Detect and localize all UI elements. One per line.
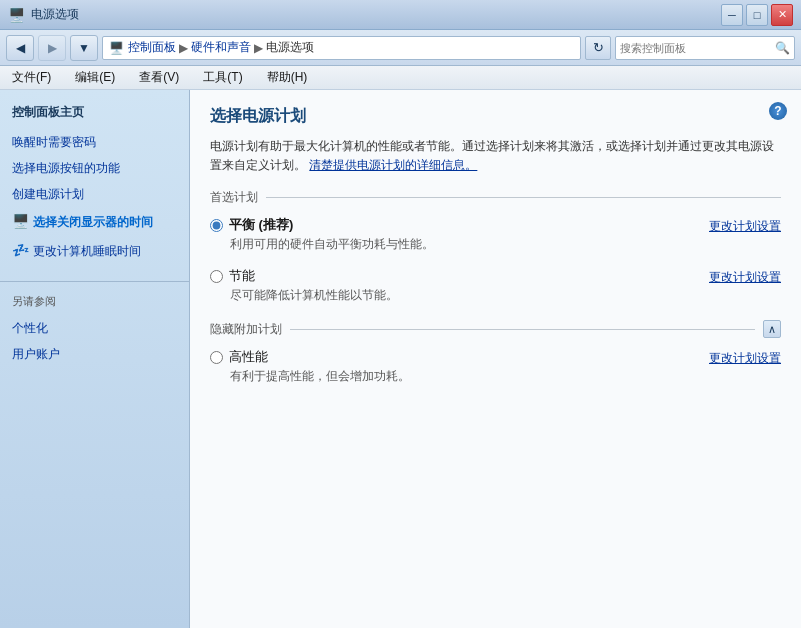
maximize-button[interactable]: □ <box>746 4 768 26</box>
plan-item-balanced: 平衡 (推荐) 利用可用的硬件自动平衡功耗与性能。 更改计划设置 <box>210 216 781 253</box>
help-icon[interactable]: ? <box>769 102 787 120</box>
sleep-time-icon: 💤 <box>12 240 29 261</box>
sidebar-item-wakeup[interactable]: 唤醒时需要密码 <box>0 129 189 155</box>
plan-item-performance: 高性能 有利于提高性能，但会增加功耗。 更改计划设置 <box>210 348 781 385</box>
breadcrumb-item-3: 电源选项 <box>266 39 314 56</box>
title-bar: 🖥️ 电源选项 ─ □ ✕ <box>0 0 801 30</box>
breadcrumb-item-2[interactable]: 硬件和声音 <box>191 39 251 56</box>
page-desc-text: 电源计划有助于最大化计算机的性能或者节能。通过选择计划来将其激活，或选择计划并通… <box>210 139 774 172</box>
page-title: 选择电源计划 <box>210 106 781 127</box>
plan-desc-performance: 有利于提高性能，但会增加功耗。 <box>230 368 699 385</box>
plan-radio-balanced: 平衡 (推荐) 利用可用的硬件自动平衡功耗与性能。 <box>210 216 699 253</box>
display-time-icon: 🖥️ <box>12 211 29 232</box>
window-title: 电源选项 <box>31 6 79 23</box>
breadcrumb-icon: 🖥️ <box>109 41 124 55</box>
plan-item-saving: 节能 尽可能降低计算机性能以节能。 更改计划设置 <box>210 267 781 304</box>
address-bar: ◀ ▶ ▼ 🖥️ 控制面板 ▶ 硬件和声音 ▶ 电源选项 ↻ 🔍 <box>0 30 801 66</box>
hidden-section-line <box>290 329 755 330</box>
dropdown-button[interactable]: ▼ <box>70 35 98 61</box>
plan-change-link-balanced[interactable]: 更改计划设置 <box>709 218 781 235</box>
menu-edit[interactable]: 编辑(E) <box>71 67 119 88</box>
collapse-icon: ∧ <box>768 323 776 336</box>
menu-file[interactable]: 文件(F) <box>8 67 55 88</box>
sidebar-item-personalize[interactable]: 个性化 <box>0 315 189 341</box>
sidebar-also-section: 另请参阅 个性化 用户账户 <box>0 281 189 367</box>
plan-desc-saving: 尽可能降低计算机性能以节能。 <box>230 287 699 304</box>
radio-performance[interactable] <box>210 351 223 364</box>
search-icon[interactable]: 🔍 <box>775 41 790 55</box>
plan-radio-performance: 高性能 有利于提高性能，但会增加功耗。 <box>210 348 699 385</box>
breadcrumb: 🖥️ 控制面板 ▶ 硬件和声音 ▶ 电源选项 <box>102 36 581 60</box>
collapse-button[interactable]: ∧ <box>763 320 781 338</box>
radio-saving[interactable] <box>210 270 223 283</box>
sidebar-title: 控制面板主页 <box>0 100 189 129</box>
hidden-section-header: 隐藏附加计划 ∧ <box>210 320 781 338</box>
forward-icon: ▶ <box>48 41 57 55</box>
sidebar-item-power-button[interactable]: 选择电源按钮的功能 <box>0 155 189 181</box>
back-icon: ◀ <box>16 41 25 55</box>
menu-bar: 文件(F) 编辑(E) 查看(V) 工具(T) 帮助(H) <box>0 66 801 90</box>
refresh-button[interactable]: ↻ <box>585 36 611 60</box>
plan-radio-saving: 节能 尽可能降低计算机性能以节能。 <box>210 267 699 304</box>
plan-change-link-performance[interactable]: 更改计划设置 <box>709 350 781 367</box>
title-bar-controls: ─ □ ✕ <box>721 4 793 26</box>
plan-name-balanced: 平衡 (推荐) <box>229 216 293 234</box>
sidebar-item-user-accounts[interactable]: 用户账户 <box>0 341 189 367</box>
sidebar-item-display-time[interactable]: 🖥️ 选择关闭显示器的时间 <box>0 207 189 236</box>
hidden-section-label: 隐藏附加计划 <box>210 321 282 338</box>
hidden-section: 隐藏附加计划 ∧ 高性能 有利于提高性能，但会增加功耗。 更改计划设置 <box>210 320 781 385</box>
search-input[interactable] <box>620 42 775 54</box>
plan-desc-balanced: 利用可用的硬件自动平衡功耗与性能。 <box>230 236 699 253</box>
content-area: ? 选择电源计划 电源计划有助于最大化计算机的性能或者节能。通过选择计划来将其激… <box>190 90 801 628</box>
search-bar: 🔍 <box>615 36 795 60</box>
preferred-section-header: 首选计划 <box>210 189 781 206</box>
page-desc: 电源计划有助于最大化计算机的性能或者节能。通过选择计划来将其激活，或选择计划并通… <box>210 137 781 175</box>
close-button[interactable]: ✕ <box>771 4 793 26</box>
preferred-section-label: 首选计划 <box>210 189 258 206</box>
sidebar-item-create-plan[interactable]: 创建电源计划 <box>0 181 189 207</box>
page-desc-link[interactable]: 清楚提供电源计划的详细信息。 <box>309 158 477 172</box>
menu-tools[interactable]: 工具(T) <box>199 67 246 88</box>
plan-name-performance: 高性能 <box>229 348 268 366</box>
forward-button[interactable]: ▶ <box>38 35 66 61</box>
title-bar-left: 🖥️ 电源选项 <box>8 6 79 23</box>
sidebar-also-title: 另请参阅 <box>0 290 189 315</box>
dropdown-icon: ▼ <box>78 41 90 55</box>
radio-balanced[interactable] <box>210 219 223 232</box>
plan-name-saving: 节能 <box>229 267 255 285</box>
breadcrumb-item-1[interactable]: 控制面板 <box>128 39 176 56</box>
refresh-icon: ↻ <box>593 40 604 55</box>
plan-change-link-saving[interactable]: 更改计划设置 <box>709 269 781 286</box>
sidebar: 控制面板主页 唤醒时需要密码 选择电源按钮的功能 创建电源计划 🖥️ 选择关闭显… <box>0 90 190 628</box>
sidebar-item-sleep-time[interactable]: 💤 更改计算机睡眠时间 <box>0 236 189 265</box>
main-layout: 控制面板主页 唤醒时需要密码 选择电源按钮的功能 创建电源计划 🖥️ 选择关闭显… <box>0 90 801 628</box>
minimize-button[interactable]: ─ <box>721 4 743 26</box>
plan-name-row-balanced: 平衡 (推荐) <box>210 216 699 234</box>
window-icon: 🖥️ <box>8 7 25 23</box>
menu-help[interactable]: 帮助(H) <box>263 67 312 88</box>
back-button[interactable]: ◀ <box>6 35 34 61</box>
plan-name-row-performance: 高性能 <box>210 348 699 366</box>
plan-name-row-saving: 节能 <box>210 267 699 285</box>
menu-view[interactable]: 查看(V) <box>135 67 183 88</box>
